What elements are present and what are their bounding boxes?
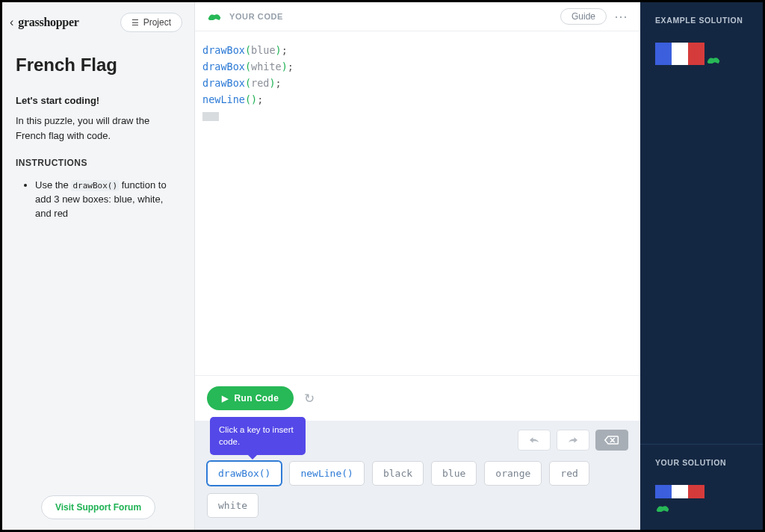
code-editor[interactable]: drawBox(blue); drawBox(white); drawBox(r…	[195, 31, 640, 375]
semicolon: ;	[257, 93, 263, 105]
code-cursor-line	[202, 108, 633, 124]
paren-close: )	[276, 44, 282, 56]
intro-text: In this puzzle, you will draw the French…	[16, 114, 181, 143]
your-code-label: YOUR CODE	[229, 12, 283, 21]
redo-icon	[566, 436, 580, 445]
run-code-button[interactable]: ▶ Run Code	[207, 386, 294, 410]
semicolon: ;	[276, 77, 282, 89]
your-solution-section: YOUR SOLUTION	[640, 445, 763, 530]
code-fn: drawBox	[202, 44, 245, 56]
example-flag	[655, 43, 704, 65]
paren-close: )	[269, 77, 275, 89]
code-line: drawBox(blue);	[202, 42, 633, 58]
puzzle-title: French Flag	[16, 55, 181, 75]
backspace-icon	[604, 435, 619, 445]
your-solution-hopper	[655, 503, 748, 516]
solution-panel: EXAMPLE SOLUTION YOUR SOLUTION	[640, 2, 763, 530]
cursor-icon	[202, 112, 219, 121]
list-icon: ☰	[131, 18, 139, 28]
support-wrap: Visit Support Forum	[2, 485, 194, 530]
back-icon[interactable]: ‹	[10, 16, 13, 29]
key-orange[interactable]: orange	[484, 461, 542, 486]
example-solution-section: EXAMPLE SOLUTION	[640, 2, 763, 445]
brand-wrap: ‹ grasshopper	[10, 16, 78, 29]
play-icon: ▶	[222, 394, 228, 403]
semicolon: ;	[282, 44, 288, 56]
flag-stripe-red	[688, 43, 704, 65]
editor-column: YOUR CODE Guide ⋯ drawBox(blue); drawBox…	[195, 2, 640, 530]
example-flag-row	[655, 43, 748, 65]
paren-close: )	[251, 93, 257, 105]
flag-stripe-blue	[655, 43, 672, 65]
editor-header-right: Guide ⋯	[560, 8, 628, 25]
grasshopper-icon	[706, 55, 721, 65]
flag-stripe-red	[688, 485, 704, 498]
paren-open: (	[245, 93, 251, 105]
reset-icon[interactable]: ↻	[304, 391, 315, 406]
brand-logo: grasshopper	[18, 16, 78, 29]
lets-start-heading: Let's start coding!	[16, 95, 181, 106]
key-drawbox[interactable]: drawBox()	[207, 461, 282, 486]
editor-header: YOUR CODE Guide ⋯	[195, 2, 640, 31]
code-fn: drawBox	[202, 77, 245, 89]
tooltip: Click a key to insert code.	[210, 417, 306, 455]
undo-icon	[527, 436, 541, 445]
paren-open: (	[245, 44, 251, 56]
run-bar: ▶ Run Code ↻	[195, 375, 640, 421]
support-forum-button[interactable]: Visit Support Forum	[41, 495, 155, 519]
project-button[interactable]: ☰ Project	[120, 13, 182, 32]
flag-stripe-white	[672, 43, 688, 65]
code-var: white	[251, 61, 282, 72]
more-menu-icon[interactable]: ⋯	[614, 8, 628, 25]
run-button-label: Run Code	[234, 393, 279, 403]
sidebar-header: ‹ grasshopper ☰ Project	[2, 2, 194, 43]
sidebar: ‹ grasshopper ☰ Project French Flag Let'…	[2, 2, 195, 530]
code-var: blue	[251, 44, 276, 56]
code-line: newLine();	[202, 91, 633, 108]
paren-open: (	[245, 61, 251, 72]
your-solution-label: YOUR SOLUTION	[655, 458, 748, 467]
semicolon: ;	[288, 61, 294, 72]
code-line: drawBox(white);	[202, 58, 633, 75]
backspace-button[interactable]	[595, 430, 628, 451]
key-newline[interactable]: newLine()	[289, 461, 364, 486]
instructions-label: INSTRUCTIONS	[16, 158, 181, 168]
code-fn: drawBox	[202, 61, 245, 72]
sidebar-body: French Flag Let's start coding! In this …	[2, 43, 194, 485]
your-flag	[655, 485, 748, 498]
example-solution-label: EXAMPLE SOLUTION	[655, 16, 748, 25]
instruction-code: drawBox()	[71, 180, 119, 191]
project-button-label: Project	[143, 17, 171, 28]
code-var: red	[251, 77, 269, 89]
instruction-text-pre: Use the	[35, 179, 71, 191]
code-fn: newLine	[202, 93, 245, 105]
paren-open: (	[245, 77, 251, 89]
code-line: drawBox(red);	[202, 75, 633, 91]
flag-stripe-blue	[655, 485, 672, 498]
instructions-list: Use the drawBox() function to add 3 new …	[16, 179, 181, 221]
key-row: Click a key to insert code. drawBox() ne…	[207, 461, 628, 518]
redo-button[interactable]	[557, 430, 589, 451]
paren-close: )	[282, 61, 288, 72]
grasshopper-icon	[655, 503, 670, 513]
key-blue[interactable]: blue	[431, 461, 477, 486]
key-black[interactable]: black	[372, 461, 424, 486]
keyboard-panel: Click a key to insert code. drawBox() ne…	[195, 421, 640, 530]
instruction-item: Use the drawBox() function to add 3 new …	[35, 179, 181, 221]
key-red[interactable]: red	[549, 461, 589, 486]
key-white[interactable]: white	[207, 493, 258, 518]
flag-stripe-white	[672, 485, 688, 498]
undo-button[interactable]	[518, 430, 551, 451]
grasshopper-icon	[207, 11, 222, 22]
guide-button[interactable]: Guide	[560, 8, 607, 25]
